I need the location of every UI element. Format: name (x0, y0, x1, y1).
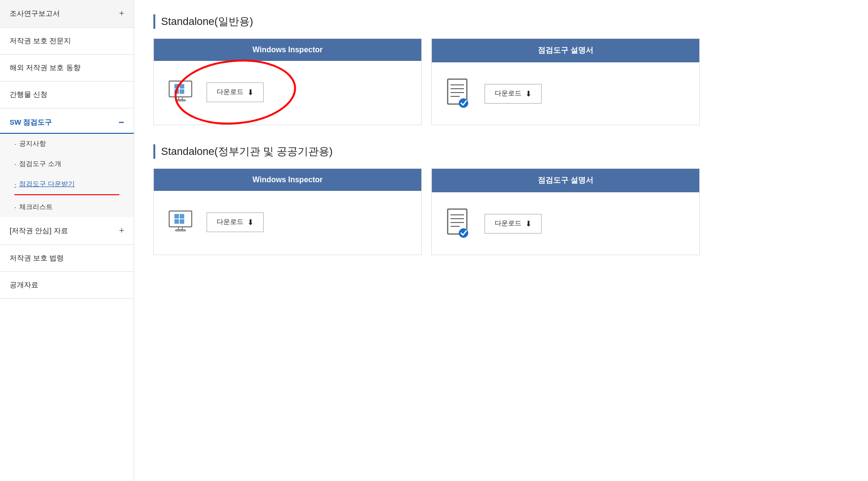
svg-point-26 (459, 228, 468, 238)
svg-rect-16 (179, 214, 184, 218)
sidebar-label-copyright-journal: 저작권 보호 전문지 (10, 36, 71, 46)
section1-title: Standalone(일반용) (153, 14, 849, 29)
sub-download-label: 점검도구 다운받기 (19, 180, 75, 188)
download-label-2: 다운로드 (217, 218, 243, 226)
section1-card-doc-body: 다운로드 ⬇ (432, 62, 699, 125)
section2-card-doc-header: 점검도구 설명서 (432, 169, 699, 192)
section1-card-windows-header: Windows Inspector (154, 39, 421, 61)
download-icon-1: ⬇ (247, 88, 254, 97)
sub-dash3: · (14, 180, 16, 188)
section2-card-doc: 점검도구 설명서 다운로드 ⬇ (431, 168, 700, 255)
sidebar-sub-download[interactable]: · 점검도구 다운받기 (0, 174, 134, 194)
sidebar-sub-intro[interactable]: · 점검도구 소개 (0, 154, 134, 174)
sidebar-item-research[interactable]: 조사연구보고서 + (0, 0, 134, 28)
svg-rect-4 (179, 89, 184, 94)
section1-card-doc: 점검도구 설명서 (431, 38, 700, 125)
plus-icon-safety: + (119, 226, 124, 236)
sidebar-label-sw-tool: SW 점검도구 (10, 118, 52, 127)
download-icon-doc-2: ⬇ (525, 219, 532, 228)
download-btn-wrapper-1: 다운로드 ⬇ (207, 82, 264, 102)
svg-rect-0 (169, 81, 191, 96)
minus-icon: − (118, 117, 124, 128)
sidebar-sub-menu: · 공지사항 · 점검도구 소개 · 점검도구 다운받기 · 체크리스트 (0, 134, 134, 217)
sub-checklist-label: 체크리스트 (19, 203, 53, 211)
sidebar-item-safety-material[interactable]: [저작권 안심] 자료 + (0, 217, 134, 245)
section2-download-btn-windows[interactable]: 다운로드 ⬇ (207, 212, 264, 232)
svg-rect-1 (174, 84, 178, 88)
sidebar-label-overseas: 해외 저작권 보호 동향 (10, 63, 81, 72)
active-underline (14, 194, 119, 195)
sidebar-label-law: 저작권 보호 법령 (10, 254, 64, 263)
sidebar-item-public[interactable]: 공개자료 (0, 272, 134, 299)
sidebar-item-sw-tool[interactable]: SW 점검도구 − (0, 108, 134, 134)
section1-download-btn-windows[interactable]: 다운로드 ⬇ (207, 82, 264, 102)
section2-cards-row: Windows Inspector 다운로드 ⬇ (153, 168, 849, 255)
windows-icon-1 (163, 75, 197, 109)
section1-card-windows-body: 다운로드 ⬇ (154, 61, 421, 123)
svg-rect-18 (179, 219, 184, 223)
sub-dash2: · (14, 160, 16, 168)
section2-card-windows-body: 다운로드 ⬇ (154, 191, 421, 253)
download-label-1: 다운로드 (217, 88, 243, 96)
section1-cards-row: Windows Inspector (153, 38, 849, 125)
sidebar-item-overseas[interactable]: 해외 저작권 보호 동향 (0, 55, 134, 82)
doc-icon-1 (441, 77, 475, 110)
section2-card-windows-header: Windows Inspector (154, 169, 421, 191)
doc-icon-2 (441, 207, 475, 240)
main-content: Standalone(일반용) Windows Inspector (134, 0, 868, 481)
plus-icon: + (119, 9, 124, 19)
sidebar-label-safety: [저작권 안심] 자료 (10, 226, 68, 235)
section2-card-doc-body: 다운로드 ⬇ (432, 192, 699, 255)
sidebar-sub-notice[interactable]: · 공지사항 (0, 134, 134, 154)
sidebar-label-research: 조사연구보고서 (10, 9, 60, 18)
section1-card-windows: Windows Inspector (153, 38, 422, 125)
sidebar-label-public: 공개자료 (10, 281, 38, 290)
svg-rect-20 (175, 230, 185, 231)
svg-rect-15 (174, 214, 178, 218)
download-icon-2: ⬇ (247, 218, 254, 227)
section2-download-btn-doc[interactable]: 다운로드 ⬇ (485, 214, 542, 234)
sidebar-item-copyright-journal[interactable]: 저작권 보호 전문지 (0, 28, 134, 55)
sub-dash4: · (14, 203, 16, 211)
svg-rect-17 (174, 219, 178, 223)
sidebar-item-law[interactable]: 저작권 보호 법령 (0, 245, 134, 272)
section2-title: Standalone(정부기관 및 공공기관용) (153, 144, 849, 159)
section2-card-windows: Windows Inspector 다운로드 ⬇ (153, 168, 422, 255)
sub-dash: · (14, 140, 16, 148)
sub-intro-label: 점검도구 소개 (19, 160, 61, 168)
section1-card-doc-header: 점검도구 설명서 (432, 39, 699, 62)
svg-point-13 (459, 98, 468, 108)
download-label-doc-2: 다운로드 (495, 219, 521, 228)
sidebar-item-publication[interactable]: 간행물 신청 (0, 82, 134, 108)
svg-rect-14 (169, 211, 191, 226)
sidebar: 조사연구보고서 + 저작권 보호 전문지 해외 저작권 보호 동향 간행물 신청… (0, 0, 134, 481)
download-label-doc-1: 다운로드 (495, 89, 521, 98)
section1-download-btn-doc[interactable]: 다운로드 ⬇ (485, 84, 542, 104)
download-icon-doc-1: ⬇ (525, 89, 532, 98)
svg-rect-6 (175, 100, 185, 101)
windows-icon-2 (163, 205, 197, 239)
sub-notice-label: 공지사항 (19, 140, 46, 148)
svg-rect-2 (179, 84, 184, 88)
sidebar-sub-checklist[interactable]: · 체크리스트 (0, 197, 134, 217)
svg-rect-3 (174, 89, 178, 94)
sidebar-label-publication: 간행물 신청 (10, 90, 47, 99)
